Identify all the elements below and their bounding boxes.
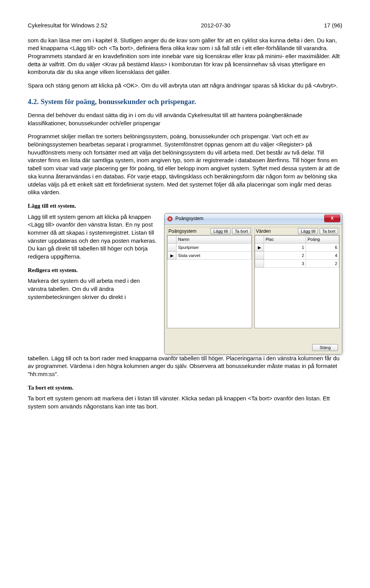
body-paragraph: Lägg till ett system genom att klicka på… (28, 213, 158, 261)
body-paragraph: Spara och stäng genom att klicka på <OK>… (28, 82, 342, 90)
dialog-title: Poängsystem (175, 215, 204, 222)
left-panel-label: Poängsystem (168, 228, 209, 235)
body-paragraph: Ta bort ett system genom att markera det… (28, 395, 342, 410)
table-row[interactable]: 3 2 (255, 260, 339, 268)
body-paragraph: som du kan läsa mer om i kapitel 8. Slut… (28, 37, 342, 76)
body-paragraph: Markera det system du vill arbeta med i … (28, 277, 158, 301)
section-heading-4-2: 4.2. System för poäng, bonussekunder och… (28, 97, 342, 107)
svg-point-1 (169, 218, 171, 220)
poang-cell[interactable]: 2 (306, 260, 339, 268)
close-icon: X (331, 215, 333, 221)
body-paragraph: Programmet skiljer mellan tre sorters be… (28, 133, 342, 197)
poangsystem-dialog: Poängsystem X Poängsystem Lägg till Ta b… (164, 213, 342, 354)
close-button[interactable]: X (324, 215, 340, 222)
subheading-remove-system: Ta bort ett system. (28, 384, 342, 392)
right-remove-button[interactable]: Ta bort (320, 228, 338, 234)
col-header-name[interactable]: Namn (177, 236, 252, 244)
body-paragraph: Denna del behöver du endast sätta dig in… (28, 111, 342, 127)
col-header-plac[interactable]: Plac (264, 236, 306, 244)
col-header-poang[interactable]: Poäng (306, 236, 339, 244)
table-row[interactable]: Spurtpriser (168, 244, 252, 252)
header-center: 2012-07-30 (201, 22, 230, 30)
left-add-button[interactable]: Lägg till (210, 228, 230, 234)
systems-grid[interactable]: Namn Spurtpriser ▶ Sista varvet (167, 235, 252, 328)
system-name-cell[interactable]: Sista varvet (177, 252, 252, 260)
plac-cell[interactable]: 2 (264, 252, 306, 260)
system-name-cell[interactable]: Spurtpriser (177, 244, 252, 252)
plac-cell[interactable]: 1 (264, 244, 306, 252)
header-left: Cykelresultat för Windows 2.52 (28, 22, 108, 30)
app-icon (167, 216, 173, 222)
left-remove-button[interactable]: Ta bort (232, 228, 251, 234)
values-grid[interactable]: Plac Poäng ▶ 1 6 2 4 (254, 235, 340, 328)
poang-cell[interactable]: 6 (306, 244, 339, 252)
right-add-button[interactable]: Lägg till (298, 228, 318, 234)
dialog-titlebar[interactable]: Poängsystem X (165, 213, 342, 225)
right-panel-label: Värden (256, 228, 296, 235)
subheading-edit-system: Redigera ett system. (28, 266, 158, 274)
body-paragraph: tabellen. Lägg till och ta bort rader me… (28, 354, 342, 378)
dialog-close-button[interactable]: Stäng (312, 344, 338, 351)
header-right: 17 (96) (324, 22, 342, 30)
subheading-add-system: Lägg till ett system. (28, 202, 342, 210)
page-header: Cykelresultat för Windows 2.52 2012-07-3… (28, 22, 342, 30)
table-row[interactable]: ▶ Sista varvet (168, 252, 252, 260)
table-row[interactable]: ▶ 1 6 (255, 244, 339, 252)
poang-cell[interactable]: 4 (306, 252, 339, 260)
plac-cell[interactable]: 3 (264, 260, 306, 268)
table-row[interactable]: 2 4 (255, 252, 339, 260)
